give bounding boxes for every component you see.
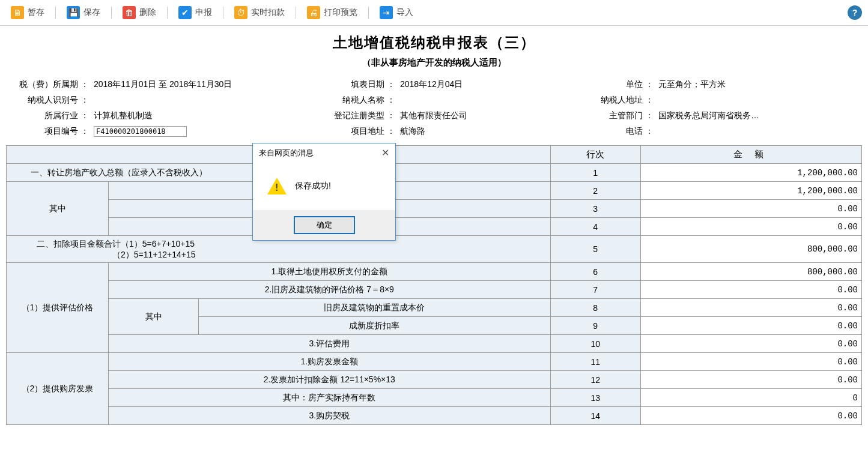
save-label: 保存 <box>83 7 100 18</box>
row13-amount[interactable]: 0 <box>640 389 861 407</box>
temp-save-icon: 🗎 <box>11 6 24 19</box>
delete-label: 删除 <box>139 7 156 18</box>
declare-button[interactable]: ✔ 申报 <box>174 4 217 22</box>
save-button[interactable]: 💾 保存 <box>62 4 105 22</box>
realtime-deduct-label: 实时扣款 <box>251 7 285 18</box>
help-button[interactable]: ? <box>848 5 862 20</box>
row1-amount[interactable]: 1,200,000.00 <box>640 164 861 182</box>
page-subtitle: （非从事房地产开发的纳税人适用） <box>6 57 862 68</box>
declare-label: 申报 <box>195 7 212 18</box>
import-button[interactable]: ⇥ 导入 <box>375 4 418 22</box>
row3-amount[interactable]: 0.00 <box>640 200 861 218</box>
taxpayer-addr-label: 纳税人地址 ： <box>571 95 655 106</box>
page-content: 土地增值税纳税申报表（三） （非从事房地产开发的纳税人适用） 税（费）所属期 ：… <box>0 26 868 432</box>
period-label: 税（费）所属期 ： <box>6 79 90 90</box>
print-preview-label: 打印预览 <box>324 7 357 18</box>
project-no-input[interactable] <box>94 126 187 137</box>
hdr-line: 行次 <box>550 146 640 164</box>
row5-amount[interactable]: 800,000.00 <box>640 236 861 263</box>
dialog-close-button[interactable]: ✕ <box>381 147 389 158</box>
dialog-ok-button[interactable]: 确定 <box>294 216 355 234</box>
temp-save-label: 暂存 <box>28 7 44 18</box>
unit-label: 单位 ： <box>571 79 655 90</box>
delete-button[interactable]: 🗑 删除 <box>118 4 161 22</box>
taxpayer-name-value <box>396 95 400 106</box>
qizhong2-label: 其中 <box>109 299 199 335</box>
separator <box>55 7 56 19</box>
dialog-title-text: 来自网页的消息 <box>259 148 314 158</box>
message-dialog: 来自网页的消息 ✕ 保存成功! 确定 <box>252 143 396 241</box>
project-addr-label: 项目地址 ： <box>312 126 396 137</box>
reg-type-value: 其他有限责任公司 <box>396 110 467 121</box>
row2-amount[interactable]: 1,200,000.00 <box>640 182 861 200</box>
row12-label: 2.发票加计扣除金额 12=11×5%×13 <box>109 371 551 389</box>
phone-value <box>655 126 658 137</box>
save-icon: 💾 <box>67 6 80 19</box>
toolbar: 🗎 暂存 💾 保存 🗑 删除 ✔ 申报 ⏱ 实时扣款 🖨 打印预览 ⇥ 导入 ? <box>0 0 868 26</box>
row6-amount[interactable]: 800,000.00 <box>640 263 861 281</box>
row14-amount[interactable]: 0.00 <box>640 407 861 425</box>
group2-label: （2）提供购房发票 <box>7 353 109 425</box>
authority-label: 主管部门 ： <box>571 110 655 121</box>
temp-save-button[interactable]: 🗎 暂存 <box>6 4 49 22</box>
industry-value: 计算机整机制造 <box>90 110 153 121</box>
meta-block: 税（费）所属期 ：2018年11月01日 至 2018年11月30日 填表日期 … <box>6 77 862 139</box>
row13-label: 其中：房产实际持有年数 <box>109 389 551 407</box>
unit-value: 元至角分；平方米 <box>655 79 726 90</box>
row7-line: 7 <box>550 281 640 299</box>
print-preview-button[interactable]: 🖨 打印预览 <box>302 4 362 22</box>
row13-line: 13 <box>550 389 640 407</box>
row5-line: 5 <box>550 236 640 263</box>
fill-date-label: 填表日期 ： <box>312 79 396 90</box>
row10-label: 3.评估费用 <box>109 335 551 353</box>
project-no-label: 项目编号 ： <box>6 126 90 137</box>
row9-label: 成新度折扣率 <box>199 317 551 335</box>
row7-label: 2.旧房及建筑物的评估价格 7＝8×9 <box>109 281 551 299</box>
row4-amount[interactable]: 0.00 <box>640 218 861 236</box>
period-value: 2018年11月01日 至 2018年11月30日 <box>90 79 232 90</box>
separator <box>167 7 168 19</box>
row8-line: 8 <box>550 299 640 317</box>
row4-line: 4 <box>550 218 640 236</box>
authority-value: 国家税务总局河南省税务… <box>655 110 759 121</box>
row9-line: 9 <box>550 317 640 335</box>
row12-amount[interactable]: 0.00 <box>640 371 861 389</box>
taxpayer-name-label: 纳税人名称 ： <box>312 95 396 106</box>
separator <box>368 7 369 19</box>
qizhong-label: 其中 <box>7 182 109 236</box>
row6-label: 1.取得土地使用权所支付的金额 <box>109 263 551 281</box>
page-title: 土地增值税纳税申报表（三） <box>6 33 862 52</box>
reg-type-label: 登记注册类型 ： <box>312 110 396 121</box>
separator <box>111 7 112 19</box>
delete-icon: 🗑 <box>123 6 136 19</box>
dialog-message: 保存成功! <box>295 181 331 191</box>
row1-line: 1 <box>550 164 640 182</box>
group1-label: （1）提供评估价格 <box>7 263 109 353</box>
main-table: 项 目 行次 金 额 一、转让房地产收入总额（应录入不含税收入） 1 1,200… <box>6 145 862 425</box>
fill-date-value: 2018年12月04日 <box>396 79 463 90</box>
separator <box>296 7 296 19</box>
taxpayer-id-label: 纳税人识别号 ： <box>6 95 90 106</box>
print-icon: 🖨 <box>307 6 320 19</box>
import-icon: ⇥ <box>380 6 393 19</box>
row6-line: 6 <box>550 263 640 281</box>
row9-amount[interactable]: 0.00 <box>640 317 861 335</box>
realtime-deduct-button[interactable]: ⏱ 实时扣款 <box>229 4 290 22</box>
row14-line: 14 <box>550 407 640 425</box>
phone-label: 电话 ： <box>571 126 655 137</box>
taxpayer-id-value <box>90 95 94 106</box>
row8-label: 旧房及建筑物的重置成本价 <box>199 299 551 317</box>
hdr-amount: 金 额 <box>640 146 861 164</box>
project-addr-value: 航海路 <box>396 126 425 137</box>
warning-icon <box>267 178 287 194</box>
row2-line: 2 <box>550 182 640 200</box>
row10-amount[interactable]: 0.00 <box>640 335 861 353</box>
row11-line: 11 <box>550 353 640 371</box>
separator <box>223 7 223 19</box>
clock-icon: ⏱ <box>234 6 247 19</box>
row11-amount[interactable]: 0.00 <box>640 353 861 371</box>
row3-line: 3 <box>550 200 640 218</box>
industry-label: 所属行业 ： <box>6 110 90 121</box>
row7-amount[interactable]: 0.00 <box>640 281 861 299</box>
row8-amount[interactable]: 0.00 <box>640 299 861 317</box>
